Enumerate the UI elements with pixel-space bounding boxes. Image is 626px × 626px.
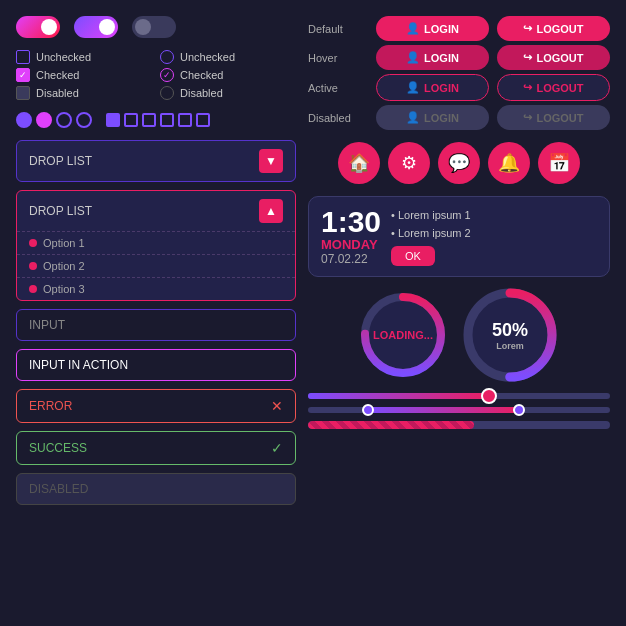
settings-icon: ⚙ [401, 152, 417, 174]
checkbox-circle-unchecked-label: Unchecked [180, 51, 235, 63]
checkbox-circle-checked-box[interactable] [160, 68, 174, 82]
user-icon-active: 👤 [406, 81, 420, 94]
error-label: ERROR [29, 399, 72, 413]
chat-icon: 💬 [448, 152, 470, 174]
slider-thumb-1[interactable] [481, 388, 497, 404]
success-icon: ✓ [271, 440, 283, 456]
sq-6[interactable] [196, 113, 210, 127]
checkbox-circle-disabled-box [160, 86, 174, 100]
calendar-icon-button[interactable]: 📅 [538, 142, 580, 184]
dropdown-arrow-up[interactable]: ▲ [259, 199, 283, 223]
login-button-active[interactable]: 👤 LOGIN [376, 74, 489, 101]
drop-option-2-label: Option 2 [43, 260, 85, 272]
slider-fill-1 [308, 393, 489, 399]
icon-buttons-row: 🏠 ⚙ 💬 🔔 📅 [308, 142, 610, 184]
clock-lorem2: • Lorem ipsum 2 [391, 225, 597, 243]
logout-button-default[interactable]: ↪ LOGOUT [497, 16, 610, 41]
checkbox-circle-disabled-label: Disabled [180, 87, 223, 99]
logout-button-active[interactable]: ↪ LOGOUT [497, 74, 610, 101]
bell-icon-button[interactable]: 🔔 [488, 142, 530, 184]
clock-right: • Lorem ipsum 1 • Lorem ipsum 2 OK [391, 207, 597, 266]
auth-hover-label: Hover [308, 52, 368, 64]
range-slider-thumb-right[interactable] [513, 404, 525, 416]
checkbox-square-unchecked-box[interactable] [16, 50, 30, 64]
drop-option-3[interactable]: Option 3 [17, 277, 295, 300]
drop-list-open-header[interactable]: DROP LIST ▲ [17, 191, 295, 231]
logout-icon-disabled: ↪ [523, 111, 532, 124]
clock-day: MONDAY [321, 237, 381, 252]
checkbox-square-unchecked[interactable]: Unchecked [16, 50, 152, 64]
input-action-field[interactable]: INPUT IN ACTION [16, 349, 296, 381]
dot-2[interactable] [36, 112, 52, 128]
checkbox-square-disabled-label: Disabled [36, 87, 79, 99]
bell-icon: 🔔 [498, 152, 520, 174]
slider-track-1[interactable] [308, 393, 610, 399]
drop-option-1[interactable]: Option 1 [17, 231, 295, 254]
range-slider-thumb-left[interactable] [362, 404, 374, 416]
drop-option-2[interactable]: Option 2 [17, 254, 295, 277]
toggles-row [16, 16, 296, 38]
input-error-row[interactable]: ERROR ✕ [16, 389, 296, 423]
ok-button[interactable]: OK [391, 246, 435, 266]
auth-default-label: Default [308, 23, 368, 35]
checkboxes-grid: Unchecked Unchecked Checked Checked Disa… [16, 50, 296, 100]
checkbox-square-unchecked-label: Unchecked [36, 51, 91, 63]
progress-text: 50% Lorem [492, 320, 528, 351]
dot-4[interactable] [76, 112, 92, 128]
disabled-label: DISABLED [29, 482, 88, 496]
checkbox-circle-unchecked-box[interactable] [160, 50, 174, 64]
sq-2[interactable] [124, 113, 138, 127]
sq-3[interactable] [142, 113, 156, 127]
logout-button-hover[interactable]: ↪ LOGOUT [497, 45, 610, 70]
auth-active-label: Active [308, 82, 368, 94]
logout-icon: ↪ [523, 22, 532, 35]
chat-icon-button[interactable]: 💬 [438, 142, 480, 184]
clock-lorem1: • Lorem ipsum 1 [391, 207, 597, 225]
checkbox-circle-unchecked[interactable]: Unchecked [160, 50, 296, 64]
login-button-disabled: 👤 LOGIN [376, 105, 489, 130]
toggle-mid[interactable] [74, 16, 118, 38]
checkbox-circle-checked[interactable]: Checked [160, 68, 296, 82]
progress-circle: 50% Lorem [460, 285, 560, 385]
left-column: Unchecked Unchecked Checked Checked Disa… [16, 16, 296, 610]
logout-icon-hover: ↪ [523, 51, 532, 64]
sq-1[interactable] [106, 113, 120, 127]
checkbox-square-checked[interactable]: Checked [16, 68, 152, 82]
error-icon: ✕ [271, 398, 283, 414]
auth-disabled-label: Disabled [308, 112, 368, 124]
sliders-section [308, 393, 610, 429]
auth-section: Default 👤 LOGIN ↪ LOGOUT Hover 👤 LOGIN ↪… [308, 16, 610, 130]
logout-icon-active: ↪ [523, 81, 532, 94]
dot-1[interactable] [16, 112, 32, 128]
user-icon-disabled: 👤 [406, 111, 420, 124]
logout-button-disabled: ↪ LOGOUT [497, 105, 610, 130]
login-button-default[interactable]: 👤 LOGIN [376, 16, 489, 41]
loaders-row: LOADING... 50% Lorem [308, 285, 610, 385]
drop-list-closed[interactable]: DROP LIST ▼ [16, 140, 296, 182]
checkbox-square-disabled: Disabled [16, 86, 152, 100]
login-button-hover[interactable]: 👤 LOGIN [376, 45, 489, 70]
drop-list-open-label: DROP LIST [29, 204, 92, 218]
sq-5[interactable] [178, 113, 192, 127]
sq-4[interactable] [160, 113, 174, 127]
checkbox-square-checked-box[interactable] [16, 68, 30, 82]
progress-striped-track [308, 421, 610, 429]
settings-icon-button[interactable]: ⚙ [388, 142, 430, 184]
clock-date: 07.02.22 [321, 252, 381, 266]
home-icon: 🏠 [348, 152, 370, 174]
drop-option-3-label: Option 3 [43, 283, 85, 295]
input-field[interactable]: INPUT [16, 309, 296, 341]
range-slider-track[interactable] [308, 407, 610, 413]
home-icon-button[interactable]: 🏠 [338, 142, 380, 184]
drop-list-open: DROP LIST ▲ Option 1 Option 2 Option 3 [16, 190, 296, 301]
checkbox-circle-checked-label: Checked [180, 69, 223, 81]
user-icon: 👤 [406, 22, 420, 35]
drop-option-3-dot [29, 285, 37, 293]
checkbox-square-disabled-box [16, 86, 30, 100]
dropdown-arrow-down[interactable]: ▼ [259, 149, 283, 173]
input-success-row[interactable]: SUCCESS ✓ [16, 431, 296, 465]
progress-striped-fill [308, 421, 474, 429]
toggle-on[interactable] [16, 16, 60, 38]
dot-3[interactable] [56, 112, 72, 128]
toggle-off[interactable] [132, 16, 176, 38]
